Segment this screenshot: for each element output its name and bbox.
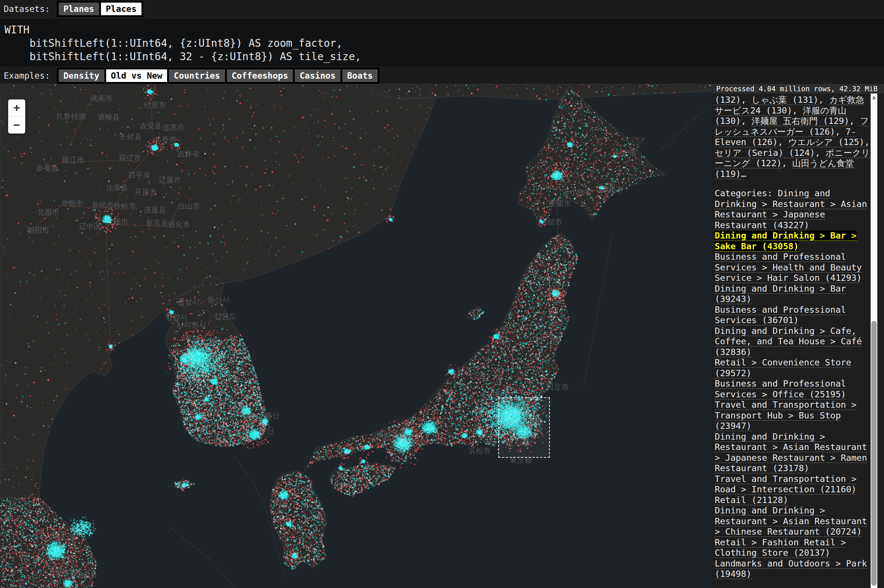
category-item: Retail > Fashion Retail > Clothing Store…: [715, 537, 870, 558]
map-canvas[interactable]: [0, 84, 712, 588]
datasets-button-group: Planes Places: [57, 1, 143, 17]
category-link[interactable]: Retail > Convenience Store (29572): [715, 357, 851, 378]
category-item: Retail > Convenience Store (29572): [715, 357, 870, 378]
category-item: Dining and Drinking > Restaurant > Asian…: [715, 505, 870, 537]
example-button-coffeeshops[interactable]: Coffeeshops: [227, 69, 293, 82]
category-link[interactable]: Business and Professional Services > Off…: [715, 378, 846, 399]
example-button-countries[interactable]: Countries: [169, 69, 225, 82]
category-link-highlighted[interactable]: Dining and Drinking > Bar > Sake Bar (43…: [715, 230, 857, 252]
results-sidebar: Processed 4.04 million rows, 42.32 MiB (…: [712, 84, 884, 588]
categories-list: Categories: Dining and Drinking > Restau…: [715, 188, 870, 579]
zoom-out-button[interactable]: −: [8, 117, 25, 134]
category-item: Travel and Transportation > Transport Hu…: [715, 399, 870, 432]
brand-link[interactable]: セリア (Seria) (124): [715, 148, 815, 158]
category-item: Business and Professional Services (3670…: [715, 304, 870, 326]
category-link[interactable]: Dining and Drinking > Cafe, Coffee, and …: [715, 326, 862, 357]
category-item: Dining and Drinking > Restaurant > Asian…: [715, 432, 870, 474]
sidebar-text: (132), しゃぶ葉 (131), カギ救急サービス24 (130), 洋服の…: [712, 93, 870, 588]
category-item: Dining and Drinking > Cafe, Coffee, and …: [715, 326, 870, 358]
examples-bar: Examples: Density Old vs New Countries C…: [0, 67, 884, 84]
category-item: Dining and Drinking > Bar > Sake Bar (43…: [715, 230, 870, 252]
category-link[interactable]: Travel and Transportation > Road > Inter…: [715, 474, 857, 495]
categories-label: Categories:: [715, 188, 778, 198]
category-item: Landmarks and Outdoors > Park (19498): [715, 558, 870, 579]
example-button-boats[interactable]: Boats: [342, 69, 377, 82]
category-link[interactable]: Business and Professional Services (3670…: [715, 304, 846, 326]
example-button-density[interactable]: Density: [59, 69, 104, 82]
category-link[interactable]: Landmarks and Outdoors > Park (19498): [715, 558, 867, 579]
sql-query-editor[interactable]: WITH bitShiftLeft(1::UInt64, {z:UInt8}) …: [0, 18, 884, 67]
brand-link[interactable]: しゃぶ葉 (131): [752, 94, 819, 105]
brand-link[interactable]: ウエルシア (125): [788, 137, 864, 147]
category-item: Dining and Drinking > Bar (39243): [715, 284, 870, 304]
dataset-button-places[interactable]: Places: [101, 3, 141, 15]
category-link[interactable]: Dining and Drinking > Restaurant > Asian…: [715, 432, 867, 474]
sql-line: WITH: [5, 23, 884, 37]
example-button-casinos[interactable]: Casinos: [295, 69, 340, 82]
category-item: Travel and Transportation > Road > Inter…: [715, 474, 870, 495]
map-zoom-control: + −: [8, 99, 25, 134]
sql-line: bitShiftLeft(1::UInt64, {z:UInt8}) AS zo…: [5, 37, 884, 50]
map-view: + −: [0, 84, 712, 588]
dataset-button-planes[interactable]: Planes: [59, 3, 99, 15]
scroll-up-arrow-icon[interactable]: ▲: [870, 95, 877, 99]
sidebar-scrollbar[interactable]: ▲: [870, 93, 877, 588]
category-item: Business and Professional Services > Hea…: [715, 252, 870, 284]
category-link[interactable]: Dining and Drinking > Restaurant > Asian…: [715, 505, 867, 537]
zoom-in-button[interactable]: +: [8, 99, 25, 117]
examples-button-group: Density Old vs New Countries Coffeeshops…: [57, 68, 380, 84]
brand-link[interactable]: 洋麺屋 五右衛門 (129): [752, 116, 849, 126]
query-status: Processed 4.04 million rows, 42.32 MiB: [712, 84, 884, 93]
examples-label: Examples:: [4, 71, 50, 81]
example-button-old-vs-new[interactable]: Old vs New: [106, 69, 167, 82]
scrollbar-thumb[interactable]: [871, 321, 876, 586]
brands-list: (132), しゃぶ葉 (131), カギ救急サービス24 (130), 洋服の…: [715, 94, 870, 179]
datasets-label: Datasets:: [4, 4, 50, 14]
category-link[interactable]: Retail (21128): [715, 495, 788, 505]
category-link[interactable]: Dining and Drinking > Bar (39243): [715, 284, 846, 304]
datasets-bar: Datasets: Planes Places: [0, 0, 884, 18]
category-link[interactable]: Travel and Transportation > Transport Hu…: [715, 399, 857, 431]
category-link[interactable]: Business and Professional Services > Hea…: [715, 252, 862, 283]
category-item: Retail (21128): [715, 495, 870, 506]
brand-link[interactable]: (132): [715, 94, 741, 105]
category-item: Categories: Dining and Drinking > Restau…: [715, 188, 870, 230]
category-link[interactable]: Retail > Fashion Retail > Clothing Store…: [715, 537, 846, 558]
map-selection-box: [498, 398, 550, 458]
sql-line: bitShiftLeft(1::UInt64, 32 - {z:UInt8}) …: [5, 50, 884, 63]
category-item: Business and Professional Services > Off…: [715, 378, 870, 399]
